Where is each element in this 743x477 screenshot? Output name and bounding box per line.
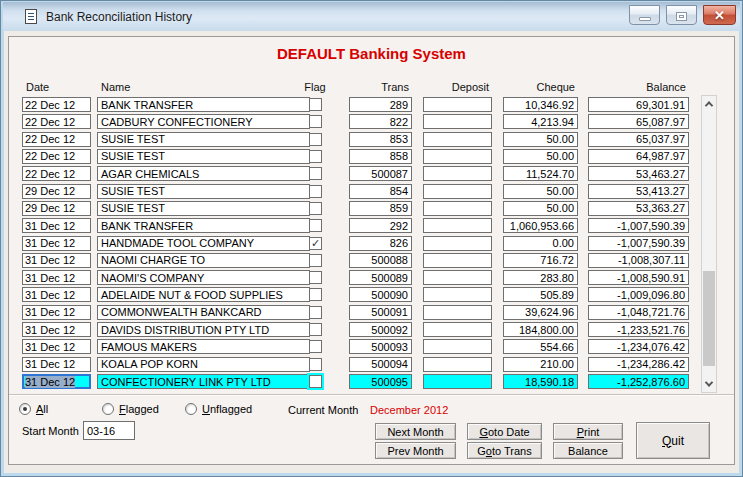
cell-deposit[interactable] [423, 305, 492, 320]
balance-button[interactable]: Balance [553, 442, 623, 459]
table-row[interactable]: 22 Dec 12 BANK TRANSFER 289 10,346.92 69… [9, 96, 734, 113]
cell-cheque[interactable]: 50.00 [503, 184, 578, 199]
cell-trans[interactable]: 500092 [349, 322, 412, 337]
cell-date[interactable]: 31 Dec 12 [22, 218, 91, 233]
cell-name[interactable]: COMMONWEALTH BANKCARD [97, 305, 310, 320]
cell-deposit[interactable] [423, 339, 492, 354]
cell-name[interactable]: SUSIE TEST [97, 184, 310, 199]
cell-cheque[interactable]: 505.89 [503, 287, 578, 302]
cell-balance[interactable]: 69,301.91 [588, 97, 689, 112]
cell-deposit[interactable] [423, 236, 492, 251]
cell-cheque[interactable]: 50.00 [503, 132, 578, 147]
cell-name[interactable]: CADBURY CONFECTIONERY [97, 114, 310, 129]
table-row[interactable]: 31 Dec 12 DAVIDS DISTRIBUTION PTY LTD 50… [9, 321, 734, 338]
flag-checkbox[interactable] [309, 306, 322, 319]
cell-trans[interactable]: 858 [349, 149, 412, 164]
cell-cheque[interactable]: 210.00 [503, 357, 578, 372]
cell-name[interactable]: BANK TRANSFER [97, 218, 310, 233]
cell-trans[interactable]: 854 [349, 184, 412, 199]
cell-date[interactable]: 22 Dec 12 [22, 149, 91, 164]
cell-cheque[interactable]: 39,624.96 [503, 305, 578, 320]
table-row[interactable]: 31 Dec 12 BANK TRANSFER 292 1,060,953.66… [9, 217, 734, 234]
table-row[interactable]: 31 Dec 12 NAOMI'S COMPANY 500089 283.80 … [9, 269, 734, 286]
table-row[interactable]: 31 Dec 12 CONFECTIONERY LINK PTY LTD 500… [9, 373, 734, 390]
start-month-input[interactable] [83, 421, 135, 440]
flag-checkbox[interactable] [309, 237, 322, 250]
flag-checkbox[interactable] [309, 288, 322, 301]
cell-date[interactable]: 31 Dec 12 [22, 374, 91, 389]
cell-date[interactable]: 22 Dec 12 [22, 166, 91, 181]
cell-date[interactable]: 31 Dec 12 [22, 322, 91, 337]
scroll-down-button[interactable] [702, 376, 716, 392]
table-row[interactable]: 31 Dec 12 ADELAIDE NUT & FOOD SUPPLIES 5… [9, 286, 734, 303]
quit-button[interactable]: Quit [636, 422, 710, 459]
goto-date-button[interactable]: Goto Date [467, 423, 542, 440]
cell-trans[interactable]: 500094 [349, 357, 412, 372]
goto-trans-button[interactable]: Goto Trans [467, 442, 542, 459]
cell-name[interactable]: CONFECTIONERY LINK PTY LTD [97, 374, 310, 389]
cell-date[interactable]: 29 Dec 12 [22, 184, 91, 199]
table-row[interactable]: 22 Dec 12 AGAR CHEMICALS 500087 11,524.7… [9, 165, 734, 182]
cell-deposit[interactable] [423, 253, 492, 268]
cell-trans[interactable]: 859 [349, 201, 412, 216]
cell-balance[interactable]: -1,009,096.80 [588, 287, 689, 302]
close-button[interactable]: ✕ [703, 5, 736, 25]
scroll-up-button[interactable] [702, 96, 716, 112]
cell-trans[interactable]: 822 [349, 114, 412, 129]
flag-checkbox[interactable] [309, 115, 322, 128]
radio-all[interactable]: All [19, 403, 48, 415]
table-row[interactable]: 31 Dec 12 KOALA POP KORN 500094 210.00 -… [9, 356, 734, 373]
cell-name[interactable]: NAOMI CHARGE TO [97, 253, 310, 268]
cell-balance[interactable]: 53,363.27 [588, 201, 689, 216]
flag-checkbox[interactable] [309, 98, 322, 111]
table-row[interactable]: 29 Dec 12 SUSIE TEST 854 50.00 53,413.27 [9, 183, 734, 200]
cell-trans[interactable]: 289 [349, 97, 412, 112]
table-row[interactable]: 22 Dec 12 CADBURY CONFECTIONERY 822 4,21… [9, 113, 734, 130]
cell-cheque[interactable]: 716.72 [503, 253, 578, 268]
cell-name[interactable]: HANDMADE TOOL COMPANY [97, 236, 310, 251]
cell-name[interactable]: ADELAIDE NUT & FOOD SUPPLIES [97, 287, 310, 302]
cell-balance[interactable]: -1,008,307.11 [588, 253, 689, 268]
cell-deposit[interactable] [423, 132, 492, 147]
titlebar[interactable]: Bank Reconciliation History ✕ [3, 2, 740, 31]
cell-trans[interactable]: 853 [349, 132, 412, 147]
cell-cheque[interactable]: 4,213.94 [503, 114, 578, 129]
cell-deposit[interactable] [423, 270, 492, 285]
cell-balance[interactable]: -1,008,590.91 [588, 270, 689, 285]
flag-checkbox[interactable] [309, 202, 322, 215]
minimize-button[interactable] [629, 5, 660, 25]
cell-cheque[interactable]: 10,346.92 [503, 97, 578, 112]
cell-trans[interactable]: 500089 [349, 270, 412, 285]
cell-cheque[interactable]: 1,060,953.66 [503, 218, 578, 233]
table-row[interactable]: 31 Dec 12 NAOMI CHARGE TO 500088 716.72 … [9, 252, 734, 269]
cell-deposit[interactable] [423, 201, 492, 216]
cell-cheque[interactable]: 18,590.18 [503, 374, 578, 389]
flag-checkbox[interactable] [309, 271, 322, 284]
cell-name[interactable]: NAOMI'S COMPANY [97, 270, 310, 285]
next-month-button[interactable]: Next Month [375, 423, 456, 440]
cell-cheque[interactable]: 184,800.00 [503, 322, 578, 337]
cell-date[interactable]: 31 Dec 12 [22, 357, 91, 372]
cell-name[interactable]: SUSIE TEST [97, 201, 310, 216]
cell-deposit[interactable] [423, 287, 492, 302]
print-button[interactable]: Print [553, 423, 623, 440]
scrollbar-thumb[interactable] [703, 271, 715, 366]
flag-checkbox[interactable] [309, 150, 322, 163]
cell-name[interactable]: BANK TRANSFER [97, 97, 310, 112]
flag-checkbox[interactable] [309, 219, 322, 232]
cell-name[interactable]: AGAR CHEMICALS [97, 166, 310, 181]
cell-trans[interactable]: 292 [349, 218, 412, 233]
prev-month-button[interactable]: Prev Month [375, 442, 456, 459]
cell-balance[interactable]: 53,413.27 [588, 184, 689, 199]
cell-date[interactable]: 31 Dec 12 [22, 287, 91, 302]
cell-trans[interactable]: 500087 [349, 166, 412, 181]
cell-deposit[interactable] [423, 149, 492, 164]
cell-date[interactable]: 31 Dec 12 [22, 253, 91, 268]
cell-deposit[interactable] [423, 374, 492, 389]
cell-cheque[interactable]: 50.00 [503, 149, 578, 164]
cell-deposit[interactable] [423, 218, 492, 233]
cell-balance[interactable]: -1,234,076.42 [588, 339, 689, 354]
flag-checkbox[interactable] [309, 375, 322, 388]
cell-balance[interactable]: 65,037.97 [588, 132, 689, 147]
table-row[interactable]: 29 Dec 12 SUSIE TEST 859 50.00 53,363.27 [9, 200, 734, 217]
